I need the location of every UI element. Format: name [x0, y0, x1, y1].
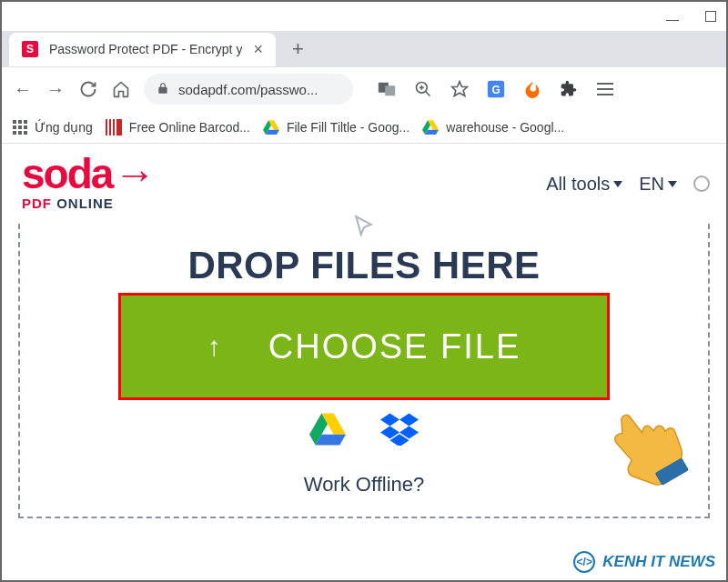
cursor-icon	[352, 215, 376, 244]
google-translate-ext-icon[interactable]: G	[486, 79, 506, 99]
chevron-down-icon	[668, 181, 677, 187]
choose-file-label: CHOOSE FILE	[268, 327, 521, 366]
upload-arrow-icon: ↑	[207, 331, 223, 362]
drive-icon	[422, 120, 439, 135]
logo-text: soda→	[22, 156, 154, 192]
all-tools-dropdown[interactable]: All tools	[546, 174, 622, 195]
new-tab-button[interactable]: +	[292, 37, 304, 61]
tab-close-icon[interactable]: ×	[253, 40, 263, 59]
drop-zone[interactable]: DROP FILES HERE ↑ CHOOSE FILE Work Offli…	[18, 224, 710, 518]
svg-marker-6	[452, 82, 468, 96]
tab-favicon: S	[22, 41, 38, 57]
zoom-icon[interactable]	[413, 79, 433, 99]
minimize-button[interactable]	[666, 10, 679, 23]
svg-text:G: G	[491, 84, 500, 96]
site-menu: All tools EN	[546, 174, 710, 195]
lock-icon	[157, 82, 169, 97]
google-drive-button[interactable]	[309, 413, 346, 449]
tab-bar: S Password Protect PDF - Encrypt y × +	[2, 31, 726, 67]
lang-label: EN	[639, 174, 664, 195]
reload-button[interactable]	[78, 79, 98, 99]
site-header: soda→ PDF ONLINE All tools EN	[2, 144, 726, 224]
bookmark-label: Free Online Barcod...	[129, 120, 250, 135]
extensions-icon[interactable]	[559, 79, 579, 99]
menu-icon[interactable]	[595, 79, 615, 99]
bookmarks-bar: Ứng dụng Free Online Barcod... File Fill…	[2, 111, 726, 144]
drive-icon	[263, 120, 279, 135]
language-dropdown[interactable]: EN	[639, 174, 677, 195]
maximize-button[interactable]	[704, 10, 717, 23]
apps-button[interactable]: Ứng dụng	[13, 120, 93, 135]
flame-ext-icon[interactable]	[522, 79, 542, 99]
bookmark-star-icon[interactable]	[450, 79, 470, 99]
drop-title: DROP FILES HERE	[187, 244, 540, 287]
tab-title: Password Protect PDF - Encrypt y	[49, 42, 242, 56]
browser-tab[interactable]: S Password Protect PDF - Encrypt y ×	[9, 33, 276, 66]
page-content: soda→ PDF ONLINE All tools EN DROP FILES…	[2, 144, 726, 580]
cloud-providers	[309, 413, 419, 449]
svg-marker-18	[380, 414, 399, 426]
account-icon[interactable]	[693, 176, 710, 192]
forward-button[interactable]: →	[46, 79, 66, 99]
watermark-text: KENH IT NEWS	[602, 553, 715, 571]
apps-grid-icon	[13, 120, 27, 135]
home-button[interactable]	[111, 79, 131, 99]
bookmark-barcode[interactable]: Free Online Barcod...	[106, 119, 250, 135]
bookmark-warehouse[interactable]: warehouse - Googl...	[422, 120, 564, 135]
bookmark-label: warehouse - Googl...	[446, 120, 564, 135]
bookmark-filefill[interactable]: File Fill Tiltle - Goog...	[263, 120, 410, 135]
svg-rect-1	[385, 85, 395, 95]
work-offline-link[interactable]: Work Offline?	[304, 473, 424, 497]
window-controls	[2, 2, 726, 31]
logo-subtext: PDF ONLINE	[22, 196, 154, 211]
dropbox-button[interactable]	[380, 413, 419, 449]
logo[interactable]: soda→ PDF ONLINE	[22, 156, 154, 211]
bookmark-label: File Fill Tiltle - Goog...	[287, 120, 410, 135]
back-button[interactable]: ←	[13, 79, 33, 99]
watermark-icon: </>	[573, 551, 595, 573]
all-tools-label: All tools	[546, 174, 610, 195]
address-bar[interactable]: sodapdf.com/passwo...	[144, 74, 353, 105]
url-text: sodapdf.com/passwo...	[178, 82, 318, 97]
svg-line-3	[426, 92, 430, 96]
apps-label: Ứng dụng	[35, 120, 93, 135]
choose-file-button[interactable]: ↑ CHOOSE FILE	[118, 293, 610, 400]
watermark: </> KENH IT NEWS	[573, 551, 715, 573]
translate-icon[interactable]	[377, 79, 397, 99]
chevron-down-icon	[613, 181, 622, 187]
svg-marker-19	[399, 414, 419, 426]
barcode-icon	[106, 119, 122, 135]
toolbar: ← → sodapdf.com/passwo... G	[2, 67, 726, 111]
